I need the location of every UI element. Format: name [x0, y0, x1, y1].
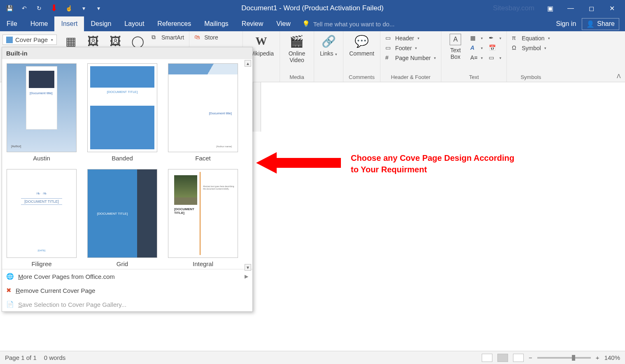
symbol-label: Symbol	[522, 45, 541, 51]
word-counter[interactable]: 0 words	[44, 354, 66, 361]
tell-me-placeholder: Tell me what you want to do...	[313, 21, 395, 28]
close-icon[interactable]: ✕	[607, 3, 617, 13]
footer-label: Footer	[395, 45, 412, 51]
date-icon: 📅	[489, 44, 496, 52]
footer-icon: ▭	[385, 44, 393, 52]
remove-cover-page-option[interactable]: ✖ Remove Current Cover Page	[2, 283, 252, 297]
quick-access-toolbar: 💾 ↶ ↻ ⬇ ☝ ▾ ▾	[0, 3, 108, 14]
vertical-ruler	[253, 82, 261, 132]
ribbon-options-icon[interactable]: ▣	[545, 3, 555, 13]
lightbulb-icon: 💡	[302, 20, 310, 28]
touch-mode-icon[interactable]: ☝	[65, 5, 72, 12]
save-selection-option: 📄 Save Selection to Cover Page Gallery..…	[2, 297, 252, 311]
tab-insert[interactable]: Insert	[54, 16, 84, 31]
page-counter[interactable]: Page 1 of 1	[5, 354, 37, 361]
tab-view[interactable]: View	[270, 16, 297, 31]
qat-dropdown2-icon[interactable]: ▾	[95, 5, 102, 12]
gallery-scroll-up[interactable]: ▲	[245, 60, 251, 67]
read-mode-view[interactable]	[482, 354, 492, 362]
tab-home[interactable]: Home	[24, 16, 55, 31]
drop-cap-button[interactable]: A≡▾	[469, 53, 485, 63]
online-video-button[interactable]: 🎬 Online Video	[283, 33, 310, 64]
cover-template-grid[interactable]: [DOCUMENT TITLE] Grid	[87, 169, 158, 267]
page-number-button[interactable]: #Page Number▾	[384, 53, 438, 63]
links-label: Links	[320, 50, 333, 57]
datetime-button[interactable]: 📅	[487, 44, 503, 53]
online-picture-icon: 🖼	[108, 34, 123, 49]
web-layout-view[interactable]	[513, 354, 524, 362]
zoom-out-button[interactable]: −	[529, 354, 532, 361]
qat-dropdown-icon[interactable]: ▾	[80, 5, 87, 12]
zoom-in-button[interactable]: +	[596, 354, 599, 361]
symbol-icon: Ω	[512, 44, 519, 52]
symbol-button[interactable]: ΩSymbol▾	[510, 44, 551, 53]
header-button[interactable]: ▭Header▾	[384, 34, 438, 43]
more-cover-pages-option[interactable]: 🌐 More Cover Pages from Office.com ▶	[2, 269, 252, 283]
thumb-text: [Document title]	[209, 111, 232, 115]
zoom-level[interactable]: 140%	[604, 354, 620, 361]
remove-icon: ✖	[6, 287, 12, 294]
quick-parts-button[interactable]: ▦▾	[469, 34, 485, 43]
video-icon: 🎬	[289, 34, 304, 49]
tab-review[interactable]: Review	[235, 16, 270, 31]
tell-me-search[interactable]: 💡 Tell me what you want to do...	[297, 16, 400, 31]
store-button[interactable]: 🛍Store	[193, 33, 219, 42]
office-icon: 🌐	[6, 273, 14, 280]
media-group-label: Media	[283, 74, 310, 81]
links-button[interactable]: 🔗 Links ▾	[317, 33, 340, 58]
thumb-text: [DOCUMENT TITLE]	[97, 212, 128, 216]
save-gallery-icon: 📄	[6, 301, 14, 308]
print-layout-view[interactable]	[497, 354, 508, 362]
collapse-ribbon-icon[interactable]: ᐱ	[617, 73, 621, 79]
cover-template-integral[interactable]: [DOCUMENT TITLE] Abstract text goes here…	[168, 169, 238, 267]
store-icon: 🛍	[194, 34, 202, 41]
shapes-icon: ◯	[130, 34, 145, 49]
wikipedia-icon: W	[254, 34, 269, 49]
sign-in-link[interactable]: Sign in	[556, 20, 576, 28]
maximize-icon[interactable]: ◻	[586, 3, 596, 13]
equation-button[interactable]: πEquation▾	[510, 34, 551, 43]
text-box-button[interactable]: A Text Box	[445, 33, 466, 61]
cover-page-button[interactable]: Cover Page ▾	[2, 35, 57, 45]
dropcap-icon: A≡	[470, 54, 478, 62]
table-icon: ▦	[63, 34, 78, 49]
tab-design[interactable]: Design	[84, 16, 118, 31]
tab-layout[interactable]: Layout	[118, 16, 151, 31]
smartart-button[interactable]: ⧉SmartArt	[150, 33, 186, 42]
cover-template-filigree[interactable]: ❧ ❧ [DOCUMENT TITLE] [DATE] Filigree	[6, 169, 77, 267]
dropdown-section-header: Built-in	[2, 47, 252, 59]
tab-file[interactable]: File	[0, 16, 24, 31]
undo-icon[interactable]: ↶	[21, 5, 28, 12]
annotation-arrow-down-icon: ⬇	[50, 3, 58, 14]
comments-group-label: Comments	[347, 74, 377, 81]
zoom-slider[interactable]	[537, 357, 591, 359]
thumb-label: Facet	[195, 155, 211, 162]
object-button[interactable]: ▭▾	[487, 53, 503, 63]
wordart-icon: A	[470, 44, 478, 52]
status-bar: Page 1 of 1 0 words − + 140%	[0, 351, 625, 364]
footer-button[interactable]: ▭Footer▾	[384, 44, 438, 53]
picture-icon: 🖼	[86, 34, 100, 49]
comment-button[interactable]: 💬 Comment	[347, 33, 377, 58]
cover-template-austin[interactable]: [Document title] [Author] Austin	[6, 63, 77, 162]
redo-icon[interactable]: ↻	[35, 5, 43, 12]
text-group-label: Text	[445, 74, 503, 81]
tab-references[interactable]: References	[151, 16, 198, 31]
comment-label: Comment	[349, 50, 374, 57]
remove-label: Remove Current Cover Page	[16, 287, 95, 294]
textbox-icon: A	[450, 34, 461, 45]
pagenum-icon: #	[385, 54, 393, 62]
share-button[interactable]: 👤 Share	[582, 18, 619, 30]
thumb-austin: [Document title] [Author]	[7, 63, 77, 152]
cover-template-banded[interactable]: [DOCUMENT TITLE] Banded	[87, 63, 158, 162]
save-icon[interactable]: 💾	[6, 5, 13, 12]
signature-button[interactable]: ✒▾	[487, 34, 503, 43]
cover-template-facet[interactable]: [Document title][Author name] Facet	[168, 63, 238, 162]
thumb-text: [Document title]	[30, 91, 53, 95]
quickparts-icon: ▦	[470, 35, 478, 42]
tab-mailings[interactable]: Mailings	[198, 16, 235, 31]
minimize-icon[interactable]: —	[566, 3, 576, 13]
thumb-filigree: ❧ ❧ [DOCUMENT TITLE] [DATE]	[7, 169, 77, 258]
gallery-scroll-down[interactable]: ▼	[245, 264, 251, 271]
wordart-button[interactable]: A▾	[469, 44, 485, 53]
